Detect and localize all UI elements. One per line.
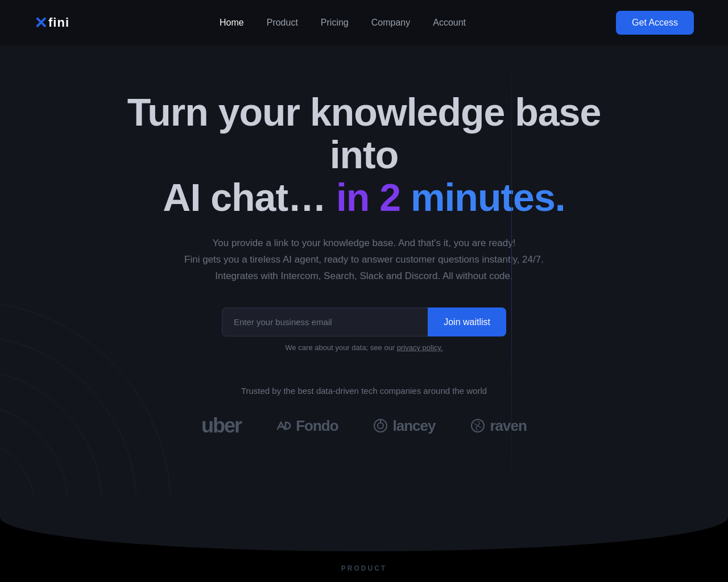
bottom-curve bbox=[0, 494, 728, 551]
nav-item-company[interactable]: Company bbox=[371, 18, 410, 27]
subtext-line1: You provide a link to your knowledge bas… bbox=[213, 238, 516, 248]
svg-point-6 bbox=[378, 423, 383, 429]
hero-subtext: You provide a link to your knowledge bas… bbox=[182, 235, 546, 285]
email-input[interactable] bbox=[222, 307, 428, 336]
subtext-line3: Integrates with Intercom, Search, Slack … bbox=[215, 271, 512, 281]
lancey-icon bbox=[373, 418, 388, 434]
fondo-icon bbox=[275, 418, 291, 434]
nav-item-account[interactable]: Account bbox=[433, 18, 466, 27]
logos-row: uber Fondo lancey bbox=[0, 414, 728, 460]
raven-icon bbox=[470, 418, 486, 434]
join-waitlist-button[interactable]: Join waitlist bbox=[428, 307, 506, 336]
product-label-section: PRODUCT bbox=[0, 551, 728, 582]
uber-text: uber bbox=[201, 414, 241, 438]
email-form: Join waitlist bbox=[222, 307, 506, 336]
navigation: ✕ fini Home Product Pricing Company Acco… bbox=[0, 0, 728, 45]
nav-item-home[interactable]: Home bbox=[220, 18, 244, 27]
nav-item-product[interactable]: Product bbox=[267, 18, 298, 27]
privacy-note: We care about your data; see our privacy… bbox=[0, 343, 728, 352]
trusted-label: Trusted by the best data-driven tech com… bbox=[0, 386, 728, 396]
logo-fondo: Fondo bbox=[275, 417, 338, 435]
heading-part1: Turn your knowledge base into bbox=[127, 90, 601, 176]
fondo-text: Fondo bbox=[296, 417, 338, 435]
logo-lancey: lancey bbox=[373, 417, 436, 435]
nav-item-pricing[interactable]: Pricing bbox=[321, 18, 349, 27]
hero-section: Turn your knowledge base into AI chat… i… bbox=[0, 45, 728, 494]
trusted-section: Trusted by the best data-driven tech com… bbox=[0, 386, 728, 460]
privacy-policy-link[interactable]: privacy policy. bbox=[397, 343, 443, 352]
logo-icon: ✕ bbox=[34, 14, 46, 32]
get-access-button[interactable]: Get Access bbox=[616, 11, 694, 35]
nav-links: Home Product Pricing Company Account bbox=[220, 18, 466, 28]
heading-accent-purple: in 2 bbox=[326, 176, 400, 219]
logo-raven: raven bbox=[470, 417, 527, 435]
hero-heading: Turn your knowledge base into AI chat… i… bbox=[108, 91, 620, 218]
product-label: PRODUCT bbox=[341, 564, 387, 572]
logo-uber: uber bbox=[201, 414, 241, 438]
heading-accent-blue: minutes. bbox=[400, 176, 565, 219]
logo-text: fini bbox=[48, 15, 69, 30]
lancey-text: lancey bbox=[393, 417, 436, 435]
raven-text: raven bbox=[490, 417, 527, 435]
logo-link[interactable]: ✕ fini bbox=[34, 14, 69, 32]
subtext-line2: Fini gets you a tireless AI agent, ready… bbox=[184, 254, 544, 265]
heading-part2: AI chat… bbox=[163, 176, 326, 219]
